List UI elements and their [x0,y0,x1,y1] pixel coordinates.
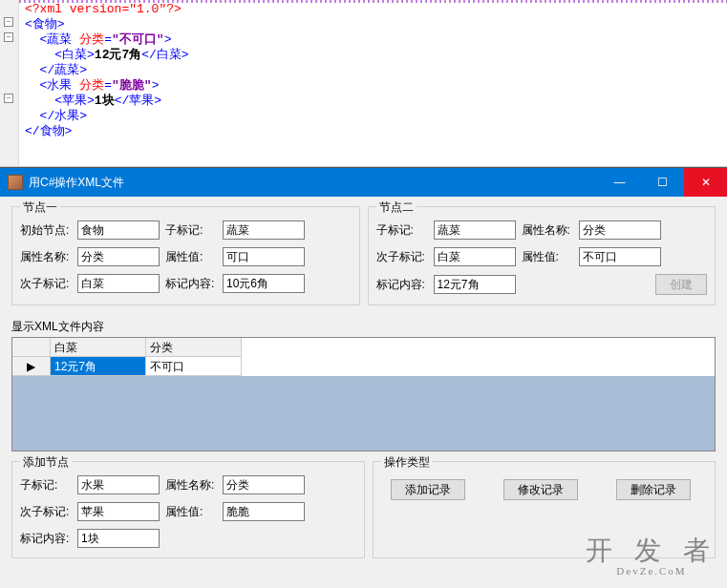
label-subtag: 子标记: [165,222,217,239]
datagrid[interactable]: 白菜 分类 ▶ 12元7角 不可口 [11,337,716,452]
groupbox-node2: 节点二 子标记: 属性名称: 次子标记: 属性值: 标记内容: [368,206,716,305]
input-subsubtag3[interactable] [77,502,160,521]
grid-header-c2[interactable]: 分类 [146,338,242,357]
input-attrval2[interactable] [579,247,661,266]
minimize-button[interactable]: — [598,168,641,197]
label-subtag2: 子标记: [376,222,428,239]
label-subsubtag3: 次子标记: [20,504,72,520]
input-subsubtag2[interactable] [434,247,516,266]
input-attrname3[interactable] [223,475,305,494]
app-window: 用C#操作XML文件 — ☐ ✕ 节点一 初始节点: 子标记: 属性名称: [0,167,727,588]
label-init-node: 初始节点: [20,222,72,239]
label-tagcontent: 标记内容: [165,276,217,292]
maximize-button[interactable]: ☐ [641,168,684,197]
input-init-node[interactable] [77,220,160,240]
table-row[interactable]: ▶ 12元7角 不可口 [12,357,715,376]
grid-label: 显示XML文件内容 [11,319,716,335]
grid-cell[interactable]: 12元7角 [51,357,146,376]
group1-legend: 节点一 [20,200,60,216]
xml-declaration: <?xml version="1.0"?> [25,2,182,16]
label-attrname3: 属性名称: [165,477,217,494]
fold-gutter: − − − [0,0,19,166]
grid-cell[interactable]: 不可口 [146,357,242,376]
input-attrname2[interactable] [579,220,661,240]
input-subtag2[interactable] [434,220,516,240]
grid-header-c1[interactable]: 白菜 [51,338,146,357]
input-tagcontent[interactable] [223,274,305,293]
modify-record-button[interactable]: 修改记录 [503,479,578,500]
titlebar[interactable]: 用C#操作XML文件 — ☐ ✕ [0,168,727,197]
group3-legend: 添加节点 [20,454,72,471]
xml-editor[interactable]: − − − <?xml version="1.0"?> <食物> <蔬菜 分类=… [0,0,727,167]
input-subtag[interactable] [223,220,305,240]
label-subtag3: 子标记: [20,477,72,494]
group4-legend: 操作类型 [381,454,433,471]
groupbox-node1: 节点一 初始节点: 子标记: 属性名称: 属性值: 次子标记: 标记内容: [11,206,360,305]
label-attrname2: 属性名称: [522,222,573,239]
row-indicator: ▶ [12,357,51,376]
input-tagcontent2[interactable] [434,275,516,294]
fold-toggle[interactable]: − [4,94,13,103]
label-attrval3: 属性值: [165,504,217,520]
label-attrval: 属性值: [165,249,217,265]
delete-record-button[interactable]: 删除记录 [616,479,691,500]
group2-legend: 节点二 [376,200,417,216]
label-attrval2: 属性值: [522,249,573,265]
window-title: 用C#操作XML文件 [29,175,598,191]
app-icon [8,175,23,190]
label-tagcontent3: 标记内容: [20,531,72,547]
groupbox-operations: 操作类型 添加记录 修改记录 删除记录 [373,461,716,558]
input-subtag3[interactable] [77,475,160,494]
input-attrval[interactable] [223,247,305,266]
input-tagcontent3[interactable] [77,529,160,548]
label-subsubtag2: 次子标记: [376,249,428,265]
fold-toggle[interactable]: − [4,17,13,27]
groupbox-add-node: 添加节点 子标记: 属性名称: 次子标记: 属性值: 标记内容: [11,461,365,558]
label-tagcontent2: 标记内容: [376,277,428,293]
label-attrname: 属性名称: [20,249,72,265]
input-subsubtag[interactable] [77,274,160,293]
grid-corner [12,338,51,357]
create-button[interactable]: 创建 [655,274,707,295]
input-attrname[interactable] [77,247,160,266]
label-subsubtag: 次子标记: [20,276,72,292]
add-record-button[interactable]: 添加记录 [391,479,465,500]
fold-toggle[interactable]: − [4,32,13,42]
close-button[interactable]: ✕ [684,168,727,197]
input-attrval3[interactable] [223,502,305,521]
